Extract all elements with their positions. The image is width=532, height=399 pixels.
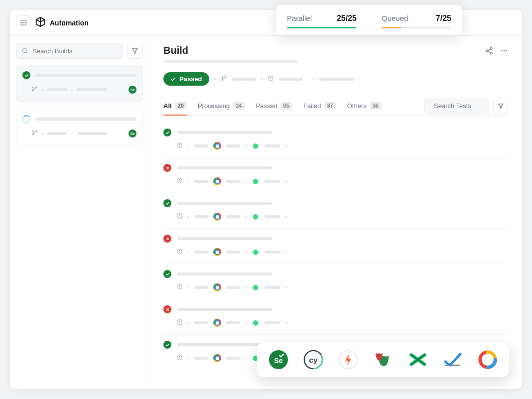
status-pass-icon	[163, 129, 171, 136]
svg-point-17	[504, 50, 505, 51]
clock-icon	[176, 212, 183, 221]
android-icon: ⬢	[252, 319, 260, 327]
chrome-icon	[213, 319, 221, 327]
branch-icon	[31, 129, 38, 138]
check-icon	[170, 76, 176, 82]
check-angle-icon	[442, 349, 463, 370]
svg-line-15	[488, 51, 491, 53]
clock-icon	[176, 177, 183, 186]
brand: Automation	[35, 16, 89, 29]
test-row[interactable]: ⬢	[163, 229, 508, 264]
svg-point-10	[36, 131, 37, 132]
test-row[interactable]: ⬢	[163, 299, 508, 335]
clock-icon	[176, 318, 183, 327]
svg-point-11	[490, 47, 492, 49]
framework-lightning[interactable]	[338, 349, 359, 370]
more-icon	[500, 47, 508, 55]
stat-parallel-value: 25/25	[337, 14, 357, 23]
android-icon: ⬢	[252, 283, 260, 291]
builds-search-input[interactable]	[32, 47, 118, 55]
tab-count: 37	[324, 102, 336, 110]
tab-others[interactable]: Others36	[347, 97, 382, 116]
more-button[interactable]	[500, 47, 508, 55]
tab-label: All	[163, 102, 172, 110]
tests-search[interactable]	[424, 99, 489, 114]
svg-point-3	[22, 48, 26, 52]
tab-label: Failed	[303, 102, 321, 110]
status-running-icon	[22, 115, 30, 123]
filter-icon	[498, 103, 504, 109]
cypress-icon: cy	[303, 349, 324, 370]
search-icon	[21, 47, 28, 54]
tests-filter-button[interactable]	[493, 99, 508, 114]
chrome-icon	[213, 283, 221, 291]
status-pass-icon	[22, 71, 30, 79]
svg-point-7	[36, 87, 37, 88]
hamburger-icon	[20, 19, 27, 26]
playwright-icon	[373, 349, 394, 370]
status-pass-icon	[163, 341, 171, 349]
tab-count: 05	[280, 102, 292, 110]
tab-passed[interactable]: Passed05	[256, 97, 292, 116]
svg-rect-2	[20, 24, 27, 25]
stat-parallel: Parallel 25/25	[287, 14, 357, 28]
framework-xcui[interactable]	[407, 349, 428, 370]
svg-point-5	[32, 87, 33, 88]
clock-icon	[267, 75, 274, 84]
frameworks-dock: Se cy	[257, 342, 509, 377]
share-icon	[485, 47, 493, 55]
tab-count: 20	[175, 102, 187, 110]
builds-search[interactable]	[16, 43, 123, 59]
share-button[interactable]	[485, 47, 493, 55]
build-meta: Passed	[163, 72, 508, 86]
selenium-badge: Se	[129, 86, 136, 94]
tab-processing[interactable]: Processing24	[198, 97, 245, 116]
framework-cypress[interactable]: cy	[303, 349, 324, 370]
chrome-icon	[213, 177, 221, 185]
filter-icon	[132, 47, 138, 54]
test-row[interactable]: ⬢	[163, 193, 508, 229]
framework-playwright[interactable]	[373, 349, 394, 370]
test-row[interactable]: ⬢	[163, 264, 508, 299]
svg-point-20	[222, 79, 223, 80]
tab-count: 24	[233, 102, 245, 110]
test-row[interactable]: ⬢	[163, 158, 508, 193]
clock-icon	[176, 248, 183, 257]
branch-icon	[221, 75, 227, 84]
lightning-icon	[338, 349, 359, 370]
status-fail-icon	[163, 164, 171, 172]
status-pass-icon	[163, 270, 171, 278]
svg-point-8	[32, 131, 33, 132]
svg-point-19	[222, 76, 223, 77]
framework-appium[interactable]	[442, 349, 463, 370]
queue-stats-card: Parallel 25/25 Queued 7/25	[276, 5, 462, 35]
android-icon: ⬢	[252, 248, 260, 256]
chrome-icon	[213, 354, 221, 362]
status-fail-icon	[163, 235, 171, 243]
tab-label: Others	[347, 102, 367, 110]
clock-icon	[176, 354, 183, 363]
svg-point-18	[506, 50, 507, 51]
tabs: All20Processing24Passed05Failed37Others3…	[163, 97, 508, 116]
android-icon: ⬢	[252, 177, 260, 185]
selenium-icon: Se	[268, 349, 289, 370]
test-row[interactable]: ⬢	[163, 123, 508, 158]
builds-filter-button[interactable]	[127, 43, 143, 59]
svg-point-21	[225, 76, 226, 77]
tab-count: 36	[370, 102, 382, 110]
chrome-icon	[213, 213, 221, 221]
build-item[interactable]: Se	[16, 65, 143, 102]
tests-list: ⬢ ⬢ ⬢ ⬢	[163, 123, 508, 370]
status-chip-passed: Passed	[163, 72, 209, 86]
tab-all[interactable]: All20	[163, 97, 187, 116]
menu-button[interactable]	[16, 15, 31, 30]
build-item[interactable]: Se	[16, 109, 143, 145]
x-icon	[407, 349, 428, 370]
tab-failed[interactable]: Failed37	[303, 97, 336, 116]
svg-point-13	[490, 52, 492, 54]
framework-selenium[interactable]: Se	[268, 349, 289, 370]
build-subtitle-placeholder	[163, 60, 298, 63]
framework-testcafe[interactable]	[477, 349, 498, 370]
page-title: Build	[163, 45, 485, 56]
svg-rect-0	[20, 20, 27, 21]
